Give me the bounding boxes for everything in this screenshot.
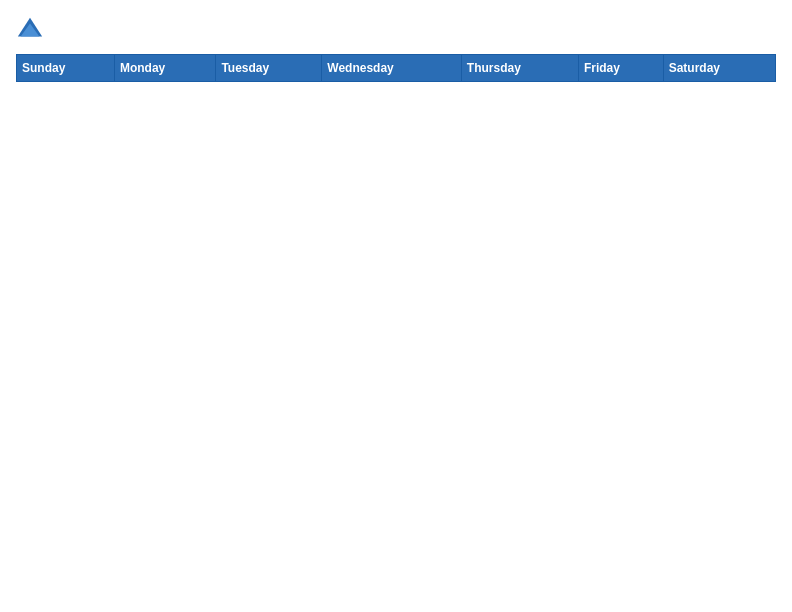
weekday-header-saturday: Saturday <box>663 55 775 82</box>
logo <box>16 16 48 44</box>
weekday-header-tuesday: Tuesday <box>216 55 322 82</box>
weekday-header-thursday: Thursday <box>461 55 578 82</box>
weekday-header-friday: Friday <box>578 55 663 82</box>
weekday-header-sunday: Sunday <box>17 55 115 82</box>
page-header <box>16 16 776 44</box>
weekday-header-monday: Monday <box>114 55 215 82</box>
calendar-table: SundayMondayTuesdayWednesdayThursdayFrid… <box>16 54 776 82</box>
weekday-header-row: SundayMondayTuesdayWednesdayThursdayFrid… <box>17 55 776 82</box>
weekday-header-wednesday: Wednesday <box>322 55 462 82</box>
logo-icon <box>16 16 44 44</box>
